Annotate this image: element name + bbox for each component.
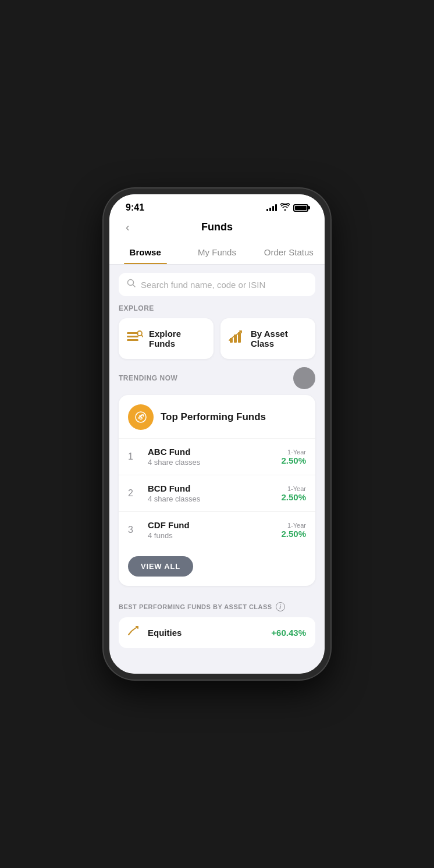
fund-item[interactable]: 2 BCD Fund 4 share classes 1-Year 2.50%	[119, 475, 315, 511]
fund-sub: 4 share classes	[148, 458, 281, 467]
explore-section: EXPLORE Explore	[109, 304, 325, 367]
fund-performance: 1-Year 2.50%	[281, 485, 306, 502]
by-asset-class-card[interactable]: By Asset Class	[220, 318, 315, 359]
trending-nav-button[interactable]	[293, 367, 315, 389]
search-icon	[127, 279, 136, 290]
asset-class-icon	[229, 330, 245, 347]
fund-info: BCD Fund 4 share classes	[148, 483, 281, 503]
fund-item[interactable]: 1 ABC Fund 4 share classes 1-Year 2.50%	[119, 438, 315, 475]
status-icons	[266, 203, 308, 212]
status-time: 9:41	[126, 202, 144, 213]
fund-return: 2.50%	[281, 529, 306, 539]
fund-period: 1-Year	[281, 485, 306, 492]
wifi-icon	[280, 203, 290, 212]
content-area: Search fund name, code or ISIN EXPLORE	[109, 265, 325, 674]
tab-my-funds[interactable]: My Funds	[181, 240, 252, 264]
fund-performance: 1-Year 2.50%	[281, 522, 306, 539]
fund-sub: 4 share classes	[148, 495, 281, 503]
tab-order-status[interactable]: Order Status	[253, 240, 325, 264]
trending-header: TRENDING NOW	[119, 367, 315, 389]
svg-rect-3	[127, 339, 138, 341]
trending-icon: $	[128, 404, 154, 430]
svg-rect-2	[127, 336, 138, 337]
search-placeholder: Search fund name, code or ISIN	[141, 280, 265, 290]
trending-card-title: Top Performing Funds	[161, 411, 266, 423]
trending-card: $ Top Performing Funds 1 ABC Fund 4 sha	[119, 395, 315, 586]
fund-period: 1-Year	[281, 449, 306, 456]
battery-icon	[293, 204, 308, 212]
info-icon[interactable]: i	[276, 602, 285, 611]
fund-rank: 2	[128, 488, 142, 499]
by-asset-class-label: By Asset Class	[251, 329, 307, 348]
svg-rect-1	[127, 332, 138, 334]
fund-performance: 1-Year 2.50%	[281, 449, 306, 465]
best-section-label: BEST PERFORMING FUNDS BY ASSET CLASS	[119, 603, 272, 610]
view-all-button[interactable]: VIEW ALL	[128, 556, 193, 577]
explore-funds-icon	[127, 330, 143, 347]
equities-item[interactable]: Equities +60.43%	[119, 617, 315, 648]
fund-sub: 4 funds	[148, 531, 281, 540]
phone-frame: 9:41	[104, 188, 330, 680]
back-button[interactable]: ‹	[121, 218, 134, 236]
best-header: BEST PERFORMING FUNDS BY ASSET CLASS i	[119, 602, 315, 611]
fund-return: 2.50%	[281, 492, 306, 502]
tab-browse[interactable]: Browse	[109, 240, 181, 264]
signal-icon	[266, 204, 277, 211]
search-section: Search fund name, code or ISIN	[109, 265, 325, 304]
best-performing-section: BEST PERFORMING FUNDS BY ASSET CLASS i E…	[109, 594, 325, 648]
nav-bar: ‹ Funds	[109, 218, 325, 240]
explore-section-label: EXPLORE	[119, 304, 315, 312]
explore-funds-card[interactable]: Explore Funds	[119, 318, 214, 359]
fund-info: CDF Fund 4 funds	[148, 520, 281, 540]
trending-label: TRENDING NOW	[119, 374, 177, 382]
equities-label: Equities	[148, 628, 264, 638]
fund-name: ABC Fund	[148, 447, 281, 457]
search-bar[interactable]: Search fund name, code or ISIN	[119, 273, 315, 296]
equities-return: +60.43%	[271, 628, 306, 638]
fund-item[interactable]: 3 CDF Fund 4 funds 1-Year 2.50%	[119, 511, 315, 548]
fund-return: 2.50%	[281, 456, 306, 465]
view-all-section: VIEW ALL	[128, 556, 193, 577]
trending-card-header: $ Top Performing Funds	[119, 395, 315, 438]
fund-rank: 1	[128, 451, 142, 462]
phone-screen: 9:41	[109, 194, 325, 674]
fund-info: ABC Fund 4 share classes	[148, 447, 281, 467]
explore-funds-label: Explore Funds	[149, 329, 205, 348]
explore-cards: Explore Funds	[119, 318, 315, 359]
trending-section: TRENDING NOW $ Top Perfo	[109, 367, 325, 594]
status-bar: 9:41	[109, 194, 325, 218]
fund-rank: 3	[128, 525, 142, 535]
fund-name: CDF Fund	[148, 520, 281, 530]
tabs-container: Browse My Funds Order Status	[109, 240, 325, 265]
fund-name: BCD Fund	[148, 483, 281, 493]
equities-icon	[128, 625, 141, 640]
page-title: Funds	[201, 221, 233, 233]
fund-period: 1-Year	[281, 522, 306, 529]
